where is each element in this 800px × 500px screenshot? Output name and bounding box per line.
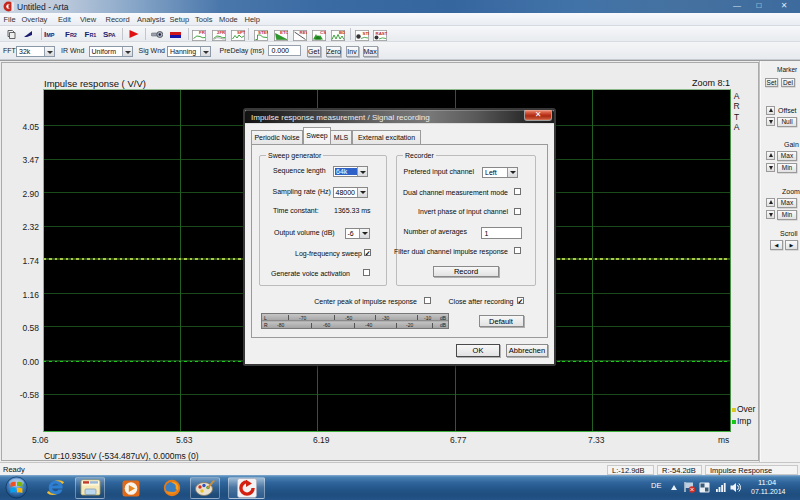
svg-text:2FR: 2FR	[217, 30, 226, 35]
svg-text:STI: STI	[362, 30, 369, 35]
svg-text:CS: CS	[320, 30, 326, 35]
svg-text:ETC: ETC	[280, 30, 288, 35]
svg-text:RASTI: RASTI	[375, 30, 387, 35]
svg-text:BD: BD	[339, 30, 345, 35]
svg-text:SPT: SPT	[237, 30, 245, 35]
svg-text:STEP: STEP	[258, 30, 268, 35]
svg-text:FR: FR	[199, 30, 206, 35]
svg-text:REV: REV	[299, 30, 307, 35]
